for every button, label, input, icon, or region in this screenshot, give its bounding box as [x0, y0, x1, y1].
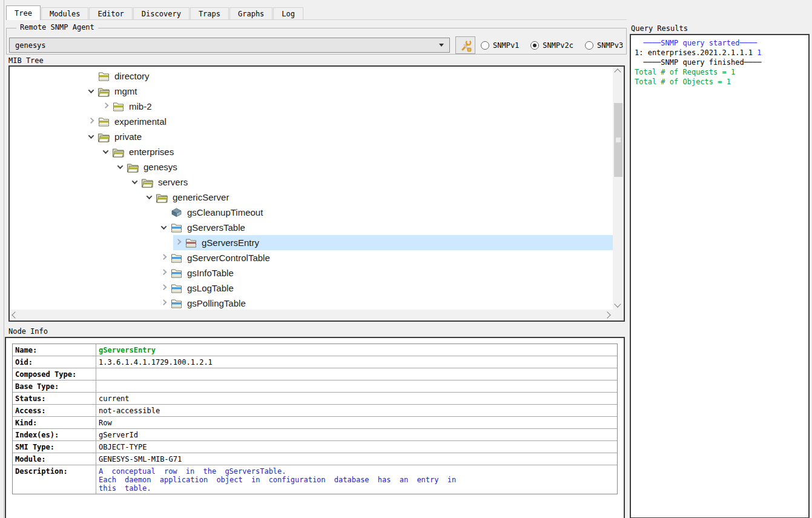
tree-node-genesys[interactable]: genesys — [10, 159, 613, 174]
chevron-expanded-icon[interactable] — [115, 162, 125, 172]
chevron-glyph — [160, 299, 167, 305]
tree-node-content: mgmt — [86, 84, 613, 99]
tree-node-private[interactable]: private — [10, 129, 613, 144]
chevron-expanded-icon[interactable] — [86, 87, 96, 96]
chevron-expanded-icon[interactable] — [144, 193, 154, 202]
query-results-panel[interactable]: ────SNMP query started────1: enterprises… — [630, 34, 810, 518]
radio-snmpv1[interactable]: SNMPv1 — [481, 41, 519, 50]
horizontal-scrollbar[interactable] — [10, 310, 613, 320]
folder-table-icon — [170, 298, 183, 309]
chevron-expanded-icon[interactable] — [130, 178, 139, 187]
tree-node-gsPollingTable[interactable]: gsPollingTable — [10, 296, 613, 310]
tree-node-enterprises[interactable]: enterprises — [10, 144, 613, 159]
chevron-collapsed-icon[interactable] — [159, 299, 168, 308]
tab-editor[interactable]: Editor — [89, 7, 132, 19]
mib-tree[interactable]: directorymgmtmib-2experimentalprivateent… — [10, 67, 613, 310]
tree-node-content: gsLogTable — [159, 281, 613, 296]
node-info-row-value: current — [96, 393, 617, 405]
tree-node-label: private — [114, 131, 142, 142]
node-info-row-value — [96, 368, 617, 380]
folder-open-icon — [97, 86, 110, 97]
folder-closed-icon — [112, 101, 125, 112]
tree-node-gServerControlTable[interactable]: gServerControlTable — [10, 250, 613, 265]
scroll-right-button[interactable] — [604, 311, 610, 318]
chevron-expanded-icon[interactable] — [86, 132, 96, 142]
tree-node-gsInfoTable[interactable]: gsInfoTable — [10, 265, 613, 281]
chevron-expanded-icon[interactable] — [101, 147, 110, 157]
mib-browser-window: { "tabs": [ { "label": "Tree", "active":… — [0, 0, 812, 518]
tree-node-label: gServersTable — [187, 222, 245, 233]
tab-graphs[interactable]: Graphs — [229, 7, 272, 19]
tree-node-label: genericServer — [173, 192, 229, 202]
chevron-collapsed-icon[interactable] — [159, 284, 168, 293]
chevron-collapsed-icon[interactable] — [101, 102, 110, 111]
tree-node-servers[interactable]: servers — [10, 174, 613, 190]
chevron-collapsed-icon[interactable] — [173, 238, 183, 248]
chevron-collapsed-icon[interactable] — [86, 117, 96, 127]
tree-node-label: servers — [158, 177, 188, 187]
agent-settings-button[interactable] — [455, 36, 475, 54]
tree-node-content: gServersEntry — [173, 235, 613, 250]
node-info-row-label: Composed Type: — [13, 368, 96, 380]
vertical-scroll-thumb[interactable] — [614, 103, 622, 177]
tree-node-content: directory — [86, 68, 613, 84]
tree-node-content: experimental — [86, 114, 613, 129]
scrollbar-corner — [613, 310, 624, 320]
tree-node-gServersTable[interactable]: gServersTable — [10, 220, 613, 235]
tree-node-label: gServerControlTable — [187, 253, 270, 263]
vertical-scrollbar[interactable] — [613, 67, 624, 310]
tree-node-content: genesys — [115, 159, 613, 174]
tree-node-content: gServerControlTable — [159, 250, 613, 265]
chevron-collapsed-icon[interactable] — [159, 268, 168, 278]
scroll-up-button[interactable] — [614, 68, 621, 75]
query-result-line: ────SNMP query finished──── — [635, 58, 805, 67]
tab-traps[interactable]: Traps — [190, 7, 229, 19]
tree-node-gServersEntry[interactable]: gServersEntry — [10, 235, 613, 250]
tree-node-content: servers — [130, 174, 613, 190]
tree-node-gsCleanupTimeout[interactable]: gsCleanupTimeout — [10, 205, 613, 220]
radio-circle-icon — [530, 41, 539, 50]
chevron-glyph — [117, 163, 123, 169]
tree-node-label: experimental — [114, 116, 167, 127]
tree-node-experimental[interactable]: experimental — [10, 114, 613, 129]
folder-table-icon — [170, 222, 183, 233]
chevron-glyph — [160, 224, 167, 230]
radio-snmpv2c[interactable]: SNMPv2c — [530, 41, 573, 50]
node-info-row-label: Module: — [13, 453, 96, 465]
tree-node-directory[interactable]: directory — [10, 68, 613, 84]
tree-node-mib-2[interactable]: mib-2 — [10, 99, 613, 114]
chevron-glyph — [160, 269, 167, 275]
node-info-row-label: Description: — [13, 465, 96, 494]
tree-node-mgmt[interactable]: mgmt — [10, 84, 613, 99]
tree-node-label: gsLogTable — [187, 283, 234, 293]
radio-label: SNMPv3 — [597, 41, 623, 50]
node-info-row-value: A conceptual row in the gServersTable.Ea… — [96, 465, 617, 494]
tree-node-content: mib-2 — [101, 99, 613, 114]
tree-node-content: gServersTable — [159, 220, 613, 235]
chevron-glyph — [175, 239, 181, 245]
tree-node-content: gsCleanupTimeout — [159, 205, 613, 220]
scroll-down-button[interactable] — [614, 301, 621, 307]
folder-closed-icon — [97, 71, 110, 82]
chevron-glyph — [160, 254, 167, 260]
tree-node-label: mgmt — [114, 86, 137, 96]
tree-node-content: gsPollingTable — [159, 296, 613, 310]
scalar-cube-icon — [170, 207, 183, 218]
radio-circle-icon — [585, 41, 593, 50]
expander-placeholder — [159, 208, 168, 217]
node-info-row-label: Oid: — [13, 356, 96, 368]
snmp-version-radios: SNMPv1SNMPv2cSNMPv3 — [481, 36, 623, 54]
tree-node-gsLogTable[interactable]: gsLogTable — [10, 281, 613, 296]
tab-log[interactable]: Log — [273, 7, 303, 19]
tab-modules[interactable]: Modules — [41, 7, 89, 19]
radio-snmpv3[interactable]: SNMPv3 — [585, 41, 623, 50]
chevron-collapsed-icon[interactable] — [159, 253, 168, 263]
folder-open-icon — [127, 162, 139, 173]
chevron-expanded-icon[interactable] — [159, 223, 168, 233]
agent-combobox[interactable]: genesys — [9, 38, 450, 53]
scroll-left-button[interactable] — [12, 311, 18, 318]
tab-tree[interactable]: Tree — [6, 5, 41, 20]
tab-discovery[interactable]: Discovery — [133, 7, 190, 19]
tree-node-genericServer[interactable]: genericServer — [10, 190, 613, 205]
node-info-row-value: not-accessible — [96, 405, 617, 417]
